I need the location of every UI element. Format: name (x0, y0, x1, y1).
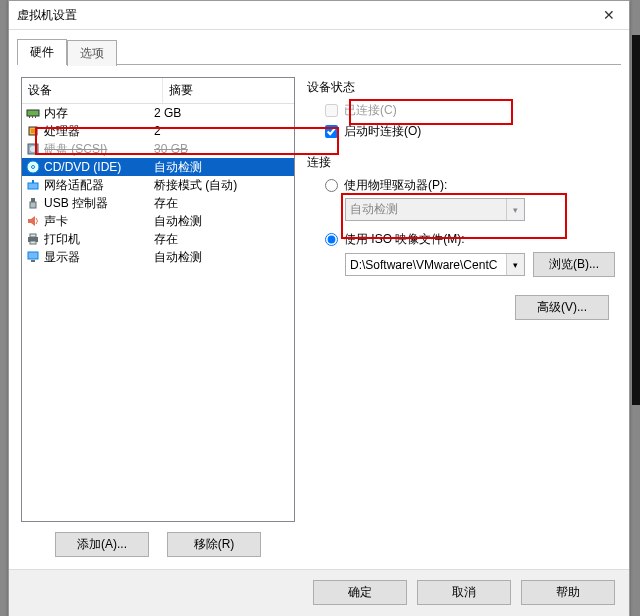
remove-button[interactable]: 移除(R) (167, 532, 261, 557)
table-row[interactable]: USB 控制器存在 (22, 194, 294, 212)
net-icon (26, 178, 40, 192)
memory-icon (26, 106, 40, 120)
sound-icon (26, 214, 40, 228)
titlebar: 虚拟机设置 ✕ (9, 1, 629, 30)
device-summary: 2 GB (154, 106, 292, 120)
svg-rect-0 (27, 110, 39, 116)
ok-button[interactable]: 确定 (313, 580, 407, 605)
settings-window: 虚拟机设置 ✕ 硬件 选项 设备 摘要 内存2 GB处理器2硬盘 (SCSI)3… (8, 0, 630, 616)
device-name: 内存 (44, 105, 68, 122)
device-summary: 30 GB (154, 142, 292, 156)
chevron-down-icon[interactable]: ▾ (506, 254, 524, 275)
iso-path-dropdown[interactable]: D:\Software\VMware\CentC ▾ (345, 253, 525, 276)
disk-icon (26, 142, 40, 156)
device-table: 设备 摘要 内存2 GB处理器2硬盘 (SCSI)30 GBCD/DVD (ID… (21, 77, 295, 522)
connected-input (325, 104, 338, 117)
device-summary: 存在 (154, 195, 292, 212)
device-name: 显示器 (44, 249, 80, 266)
usb-icon (26, 196, 40, 210)
use-physical-input[interactable] (325, 179, 338, 192)
cpu-icon (26, 124, 40, 138)
chevron-down-icon: ▾ (506, 199, 524, 220)
col-device[interactable]: 设备 (22, 78, 163, 103)
table-row[interactable]: 打印机存在 (22, 230, 294, 248)
connect-at-poweron-checkbox[interactable]: 启动时连接(O) (325, 123, 615, 140)
use-iso-radio[interactable]: 使用 ISO 映像文件(M): (325, 231, 615, 248)
close-button[interactable]: ✕ (589, 1, 629, 29)
table-row[interactable]: 处理器2 (22, 122, 294, 140)
connected-checkbox: 已连接(C) (325, 102, 615, 119)
device-state-group: 设备状态 已连接(C) 启动时连接(O) (307, 79, 615, 140)
svg-rect-18 (28, 252, 38, 259)
svg-rect-17 (30, 241, 36, 244)
connection-title: 连接 (307, 154, 615, 171)
svg-marker-14 (28, 216, 35, 226)
device-summary: 桥接模式 (自动) (154, 177, 292, 194)
svg-rect-10 (28, 183, 38, 189)
advanced-button[interactable]: 高级(V)... (515, 295, 609, 320)
device-name: 网络适配器 (44, 177, 104, 194)
cancel-button[interactable]: 取消 (417, 580, 511, 605)
add-button[interactable]: 添加(A)... (55, 532, 149, 557)
svg-rect-19 (31, 260, 35, 262)
device-name: 打印机 (44, 231, 80, 248)
device-summary: 存在 (154, 231, 292, 248)
table-row[interactable]: CD/DVD (IDE)自动检测 (22, 158, 294, 176)
svg-rect-2 (32, 116, 33, 118)
device-name: 硬盘 (SCSI) (44, 141, 107, 158)
tab-options[interactable]: 选项 (67, 40, 117, 66)
display-icon (26, 250, 40, 264)
device-summary: 自动检测 (154, 213, 292, 230)
table-row[interactable]: 显示器自动检测 (22, 248, 294, 266)
device-summary: 2 (154, 124, 292, 138)
svg-rect-3 (35, 116, 36, 118)
table-row[interactable]: 网络适配器桥接模式 (自动) (22, 176, 294, 194)
help-button[interactable]: 帮助 (521, 580, 615, 605)
table-row[interactable]: 内存2 GB (22, 104, 294, 122)
device-name: CD/DVD (IDE) (44, 160, 121, 174)
svg-rect-12 (31, 198, 35, 202)
svg-rect-1 (29, 116, 30, 118)
connect-at-poweron-input[interactable] (325, 125, 338, 138)
svg-rect-5 (31, 129, 35, 133)
tabs: 硬件 选项 (9, 30, 629, 64)
device-name: 声卡 (44, 213, 68, 230)
svg-point-7 (30, 146, 36, 152)
use-physical-radio[interactable]: 使用物理驱动器(P): (325, 177, 615, 194)
dialog-buttons: 确定 取消 帮助 (9, 569, 629, 616)
close-icon: ✕ (603, 7, 615, 23)
window-title: 虚拟机设置 (17, 7, 589, 24)
cd-icon (26, 160, 40, 174)
col-summary[interactable]: 摘要 (163, 78, 294, 103)
device-state-title: 设备状态 (307, 79, 615, 96)
printer-icon (26, 232, 40, 246)
browse-button[interactable]: 浏览(B)... (533, 252, 615, 277)
table-row[interactable]: 硬盘 (SCSI)30 GB (22, 140, 294, 158)
device-summary: 自动检测 (154, 159, 292, 176)
table-row[interactable]: 声卡自动检测 (22, 212, 294, 230)
device-name: USB 控制器 (44, 195, 108, 212)
device-name: 处理器 (44, 123, 80, 140)
svg-point-9 (32, 166, 35, 169)
physical-drive-dropdown: 自动检测 ▾ (345, 198, 525, 221)
svg-rect-13 (30, 202, 36, 208)
use-iso-input[interactable] (325, 233, 338, 246)
tab-hardware[interactable]: 硬件 (17, 39, 67, 65)
svg-rect-11 (32, 180, 34, 183)
svg-rect-16 (30, 234, 36, 237)
connection-group: 连接 使用物理驱动器(P): 自动检测 ▾ 使用 ISO 映像 (307, 154, 615, 277)
device-summary: 自动检测 (154, 249, 292, 266)
